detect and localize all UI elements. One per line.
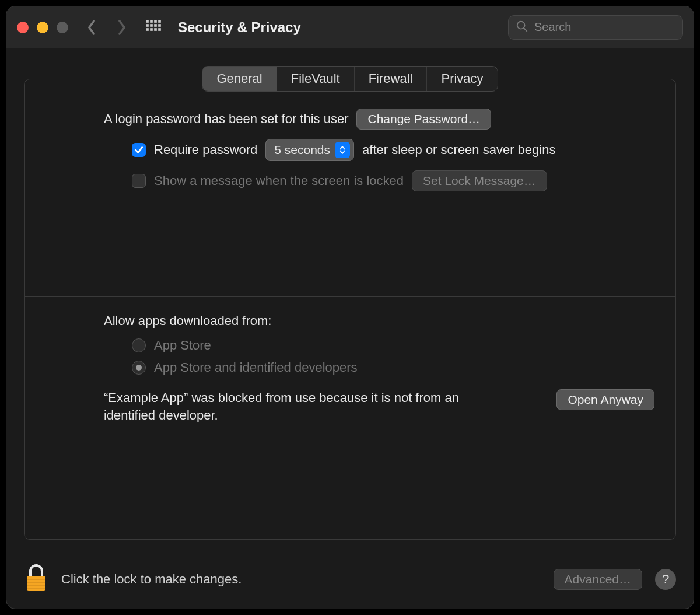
svg-rect-8	[146, 28, 149, 31]
require-password-label-after: after sleep or screen saver begins	[362, 142, 555, 158]
nav-arrows	[85, 20, 129, 34]
tab-firewall[interactable]: Firewall	[355, 67, 428, 91]
svg-rect-5	[150, 24, 153, 27]
allow-identified-developers-radio[interactable]	[132, 361, 146, 375]
tab-filevault[interactable]: FileVault	[277, 67, 355, 91]
svg-rect-7	[158, 24, 161, 27]
svg-rect-3	[158, 20, 161, 23]
show-all-prefs-button[interactable]	[145, 19, 162, 36]
svg-rect-2	[154, 20, 157, 23]
svg-rect-1	[150, 20, 153, 23]
minimize-window-button[interactable]	[37, 22, 48, 33]
allow-app-store-radio[interactable]	[132, 338, 146, 352]
svg-rect-0	[146, 20, 149, 23]
require-password-label-before: Require password	[154, 142, 257, 158]
window-title: Security & Privacy	[178, 19, 301, 36]
panel-divider	[24, 296, 676, 297]
search-field-wrapper[interactable]	[508, 15, 683, 40]
svg-rect-14	[27, 576, 46, 591]
preferences-window: Security & Privacy General FileVault Fir…	[6, 6, 694, 609]
svg-rect-9	[150, 28, 153, 31]
allow-app-store-label: App Store	[154, 338, 211, 353]
search-icon	[516, 20, 534, 35]
svg-rect-10	[154, 28, 157, 31]
lock-hint-text: Click the lock to make changes.	[61, 572, 242, 587]
require-password-delay-select[interactable]: 5 seconds	[265, 139, 354, 161]
footer: Click the lock to make changes. Advanced…	[24, 563, 676, 596]
require-password-checkbox[interactable]	[132, 143, 146, 157]
change-password-button[interactable]: Change Password…	[356, 109, 491, 130]
zoom-window-button[interactable]	[57, 22, 68, 33]
back-button[interactable]	[85, 20, 99, 34]
lock-icon[interactable]	[24, 563, 48, 596]
svg-rect-11	[158, 28, 161, 31]
blocked-app-message: “Example App” was blocked from use becau…	[104, 389, 489, 424]
titlebar: Security & Privacy	[6, 6, 694, 48]
advanced-button[interactable]: Advanced…	[554, 569, 642, 590]
svg-rect-4	[146, 24, 149, 27]
open-anyway-button[interactable]: Open Anyway	[556, 389, 654, 410]
tab-bar: General FileVault Firewall Privacy	[24, 66, 676, 92]
window-controls	[17, 22, 68, 33]
tab-general[interactable]: General	[202, 67, 276, 91]
login-password-status: A login password has been set for this u…	[104, 111, 348, 127]
allow-apps-title: Allow apps downloaded from:	[104, 313, 654, 329]
search-input[interactable]	[534, 20, 676, 34]
require-password-delay-value: 5 seconds	[274, 143, 330, 157]
show-lock-message-checkbox[interactable]	[132, 174, 146, 188]
svg-line-13	[524, 27, 527, 31]
allow-identified-developers-label: App Store and identified developers	[154, 360, 358, 375]
show-lock-message-label: Show a message when the screen is locked	[154, 173, 404, 188]
svg-rect-6	[154, 24, 157, 27]
set-lock-message-button[interactable]: Set Lock Message…	[412, 170, 547, 191]
close-window-button[interactable]	[17, 22, 29, 33]
select-stepper-icon	[335, 142, 350, 158]
tab-privacy[interactable]: Privacy	[427, 67, 497, 91]
help-button[interactable]: ?	[655, 569, 676, 590]
forward-button[interactable]	[115, 20, 129, 34]
content-panel: A login password has been set for this u…	[24, 79, 676, 540]
